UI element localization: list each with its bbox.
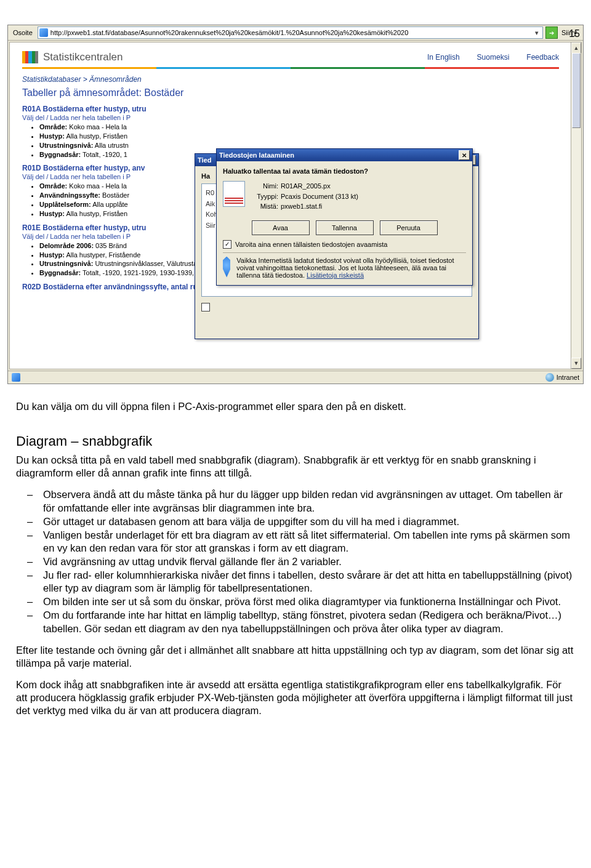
site-header: Statistikcentralen In English Suomeksi F…: [22, 47, 559, 66]
list-item: Om du fortfarande inte har hittat en läm…: [16, 609, 575, 635]
brand-stripe: [22, 67, 559, 69]
dialog-question: Haluatko tallentaa tai avata tämän tiedo…: [223, 167, 466, 175]
paragraph: Efter lite testande och övning går det i…: [16, 644, 575, 670]
table-subtitle: Välj del / Ladda ner hela tabellen i P: [22, 114, 559, 121]
top-nav: In English Suomeksi Feedback: [427, 53, 559, 62]
from-label: Mistä:: [251, 201, 278, 212]
url-input[interactable]: http://pxweb1.stat.fi/database/Asunnot%2…: [38, 26, 543, 39]
zone-label: Intranet: [557, 374, 579, 381]
section-heading: Diagram – snabbgrafik: [16, 433, 575, 450]
url-text: http://pxweb1.stat.fi/database/Asunnot%2…: [50, 29, 530, 36]
list-item: Ju fler rad- eller kolumnhierarkiska niv…: [16, 569, 575, 595]
warn-checkbox-label: Varoita aina ennen tällaisten tiedostoje…: [235, 241, 387, 248]
open-button[interactable]: Avaa: [252, 220, 310, 235]
intro-paragraph: Du kan välja om du vill öppna filen i PC…: [16, 400, 575, 413]
risk-link[interactable]: Lisätietoja riskeistä: [307, 271, 364, 279]
browser-window: Osoite http://pxweb1.stat.fi/database/As…: [7, 25, 584, 384]
name-label: Nimi:: [251, 181, 278, 191]
list-item: Område: Koko maa - Hela la: [39, 123, 559, 132]
list-item: Om bilden inte ser ut så som du önskar, …: [16, 595, 575, 608]
nav-feedback[interactable]: Feedback: [526, 53, 559, 62]
list-item: Vanligen består underlaget för ett bra d…: [16, 529, 575, 555]
warn-checkbox[interactable]: ✓: [223, 240, 231, 249]
scroll-down-icon[interactable]: ▼: [571, 358, 581, 369]
vertical-scrollbar[interactable]: ▲ ▼: [571, 42, 581, 369]
checkbox[interactable]: [201, 303, 210, 311]
globe-icon: [545, 373, 554, 382]
crumb-root[interactable]: Statistikdatabaser: [22, 75, 81, 84]
brand-logo-icon: [22, 51, 38, 63]
file-info: Nimi:R01AR_2005.px Tyyppi:Pcaxis Documen…: [251, 181, 466, 212]
browser-content: ▲ ▼ Statistikcentralen In English Suomek…: [9, 42, 582, 369]
bullet-list: Observera ändå att du måste tänka på hur…: [16, 488, 575, 635]
shield-icon: [223, 257, 230, 278]
paragraph: Kom dock ihåg att snabbgrafiken inte är …: [16, 678, 575, 717]
page-icon: [39, 28, 48, 37]
popup-title: Tied: [198, 156, 211, 164]
dialog-titlebar: Tiedostojen lataaminen ✕: [217, 149, 472, 161]
file-icon: [223, 181, 245, 207]
breadcrumb: Statistikdatabaser > Ämnesområden: [22, 75, 559, 84]
area-title: Tabeller på ämnesområdet: Bostäder: [22, 87, 559, 98]
divider: [223, 252, 466, 253]
type-value: Pcaxis Document (313 kt): [281, 193, 358, 200]
type-label: Tyyppi:: [251, 191, 278, 202]
scroll-thumb[interactable]: [572, 53, 581, 128]
dialog-title: Tiedostojen lataaminen: [219, 151, 294, 159]
table-title[interactable]: R01A Bostäderna efter hustyp, utru: [22, 105, 559, 113]
scroll-up-icon[interactable]: ▲: [571, 42, 581, 54]
list-item: Hustyp: Alla hustyp, Friståen: [39, 132, 559, 141]
list-item: Gör uttaget ur databasen genom att bara …: [16, 515, 575, 528]
address-label: Osoite: [10, 29, 35, 36]
url-dropdown-icon[interactable]: ▾: [533, 29, 541, 37]
nav-english[interactable]: In English: [427, 53, 460, 62]
brand-name: Statistikcentralen: [43, 51, 123, 63]
page-icon: [12, 373, 20, 382]
address-bar: Osoite http://pxweb1.stat.fi/database/As…: [8, 25, 583, 41]
page-number: 15: [569, 28, 580, 39]
status-bar: Intranet: [8, 371, 583, 384]
list-item: Observera ändå att du måste tänka på hur…: [16, 488, 575, 514]
from-value: pxweb1.stat.fi: [281, 203, 322, 210]
go-button[interactable]: ➔: [545, 26, 558, 39]
crumb-leaf[interactable]: Ämnesområden: [89, 75, 142, 84]
name-value: R01AR_2005.px: [281, 182, 331, 190]
security-zone: Intranet: [545, 373, 579, 382]
save-button[interactable]: Tallenna: [316, 220, 374, 235]
crumb-sep: >: [83, 75, 89, 84]
cancel-button[interactable]: Peruuta: [380, 220, 438, 235]
close-icon[interactable]: ✕: [459, 150, 470, 160]
nav-suomeksi[interactable]: Suomeksi: [477, 53, 510, 62]
document-body: Du kan välja om du vill öppna filen i PC…: [16, 400, 575, 717]
paragraph: Du kan också titta på en vald tabell med…: [16, 454, 575, 480]
warning-text: Vaikka Internetistä ladatut tiedostot vo…: [236, 257, 466, 279]
list-item: Vid avgränsning av uttag undvik flerval …: [16, 555, 575, 568]
download-dialog: Tiedostojen lataaminen ✕ Haluatko tallen…: [216, 148, 473, 286]
